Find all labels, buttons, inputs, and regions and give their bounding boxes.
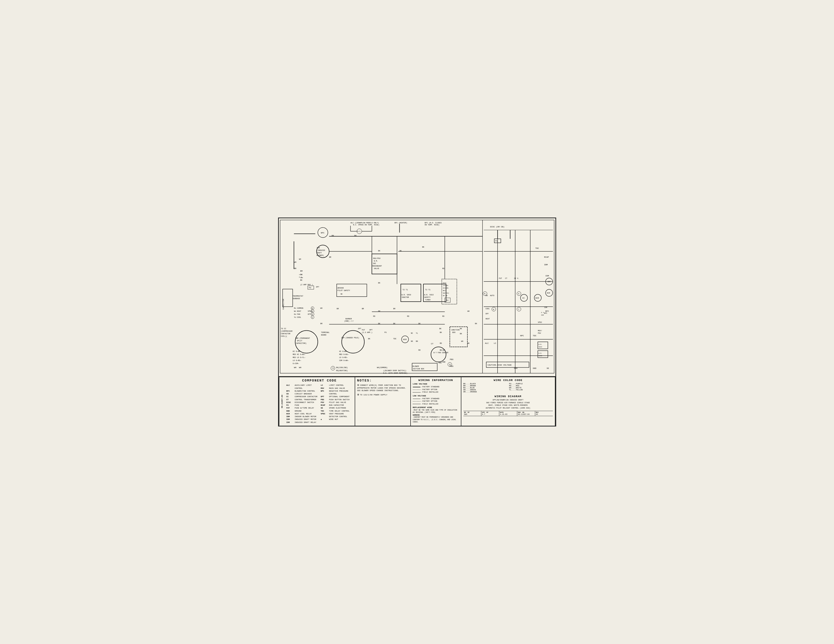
svg-text:AUTO: AUTO [490,295,494,297]
svg-text:BOX: BOX [452,331,456,334]
svg-text:IBM (PERMANENT: IBM (PERMANENT [295,337,310,339]
list-item: DISC DISCONNECT SWITCH [286,401,318,404]
stamp-area: DR. BY GWS APP. BY K-T DATE 4-15-83 DWG.… [463,411,553,416]
list-item: GND GROUND [286,410,318,413]
wire-dotted [413,392,420,392]
stamp-row-labels: DR. BY GWS APP. BY K-T DATE 4-15-83 DWG.… [463,411,553,416]
svg-text:RD(HEATING): RD(HEATING) [336,370,348,372]
svg-text:LC: LC [494,342,496,344]
wiring-diagram-desc: UPFLOW/DOWNFLOW INDUCED DRAFT GAS FIRED … [463,399,553,409]
svg-text:MED LO O—YL—: MED LO O—YL— [293,357,305,358]
wiring-info-title: WIRING INFORMATION [413,379,459,382]
list-item: OPT OPTIONAL COMPONENT [321,395,353,398]
svg-text:MED HI O—BU—: MED HI O—BU— [293,353,305,355]
svg-text:BR: BR [320,323,322,325]
svg-text:OPT: OPT [369,329,373,331]
svg-text:SE: SE [546,367,549,370]
svg-text:NO: NO [411,340,413,342]
svg-text:REDUNDANT: REDUNDANT [372,265,382,267]
svg-text:G: G [518,293,519,295]
svg-text:BR: BR [329,256,331,258]
svg-text:HEAT: HEAT [297,310,301,312]
svg-text:BURNER: BURNER [345,318,352,320]
svg-text:N.O. WITH DOOR REMOVED): N.O. WITH DOOR REMOVED) [383,373,407,374]
wire-color-section: WIRE COLOR CODE BK....BLACK BR....BROWN … [461,377,555,426]
svg-text:(FUSED: (FUSED [443,285,448,287]
svg-text:R: R [312,307,313,310]
list-item: FU FUSE [286,404,318,407]
component-code-section: COMPONENT CODE ALC AUXILIARY LIMIT CONTR… [284,377,355,426]
svg-text:LO  O—RD—: LO O—RD— [293,360,301,362]
stamp-dwg-no: DWG. NO. 90-21697-04 [517,411,535,416]
diagram-area: ALC ((DOWNFLOW MODELS ONLY) N.C. OPENS O… [279,218,555,377]
svg-text:CT: CT [505,278,507,280]
svg-text:LO  O—RD—: LO O—RD— [339,357,348,358]
comp-col-right: LC LIMIT CONTROL MGV MAIN GAS VALVE NPC … [321,384,353,424]
svg-text:IGNITOR: IGNITOR [401,296,409,299]
svg-text:36C: 36C [373,263,376,265]
svg-text:RD: RD [442,268,444,270]
svg-text:IBM (SHADED POLE): IBM (SHADED POLE) [341,337,359,339]
svg-text:WH: WH [294,366,296,369]
list-item: OR....ORANGE [463,391,507,393]
svg-text:BK: BK [393,323,395,325]
svg-text:T2   T1: T2 T1 [425,289,430,291]
svg-text:HI  O—BK—: HI O—BK— [339,350,348,352]
svg-text:BR: BR [362,308,364,310]
svg-text:IDM: IDM [545,275,549,277]
svg-text:SPLIT: SPLIT [297,340,302,342]
svg-text:DISC (OR CB): DISC (OR CB) [490,226,504,228]
svg-text:WH(COMMON): WH(COMMON) [377,367,387,369]
wire-solid-thin [413,399,420,399]
svg-text:CONTACTOR: CONTACTOR [281,333,290,335]
svg-text:BK: BK [460,328,462,330]
svg-text:BK: BK [439,328,441,330]
svg-text:MED O—BU—: MED O—BU— [339,353,349,355]
svg-text:YL: YL [416,332,418,334]
svg-text:COIL)(: COIL)( [281,335,287,337]
svg-text:(COMPRESSOR: (COMPRESSOR [281,331,292,332]
component-code-title: COMPONENT CODE [286,379,353,383]
svg-text:BK: BK [378,250,380,252]
svg-text:FUT: FUT [499,278,502,280]
svg-text:IDR: IDR [544,307,547,308]
svg-text:W.R.: W.R. [538,344,542,345]
svg-text:BFC (N.O. CLOSES: BFC (N.O. CLOSES [425,222,441,224]
svg-text:BK: BK [418,323,420,325]
svg-text:JUNCTION: JUNCTION [451,329,459,331]
svg-text:CAUTION-HIGH VOLTAGE: CAUTION-HIGH VOLTAGE [487,364,512,366]
svg-text:DRAFT: DRAFT [317,252,322,254]
svg-text:BK: BK [460,333,462,335]
list-item: YL....YELLOW [509,389,553,391]
svg-text:SUBBASE: SUBBASE [293,298,300,300]
svg-text:SE: SE [340,293,342,295]
list-item: RCAP RUN CAPACITOR [321,404,353,407]
note-2: ② TO 115/1/60 POWER SUPPLY [357,394,408,396]
svg-text:BK: BK [440,331,442,334]
svg-text:BK: BK [378,323,380,325]
notes-section: NOTES: ① CONNECT WIRE(S) FROM JUNCTION B… [355,377,411,426]
list-item: ▲ WIRE NUT [321,418,353,421]
svg-text:OPT: OPT [358,328,361,330]
svg-text:TO CC: TO CC [281,328,286,330]
svg-text:ON TEMP. RISE): ON TEMP. RISE) [425,224,439,226]
svg-text:4  1: 4 1 [299,274,302,276]
svg-text:①: ① [332,367,334,370]
svg-text:HCR: HCR [547,292,550,294]
list-item: SE SPARK ELECTRODE [321,407,353,410]
svg-text:Ro: Ro [294,307,296,309]
svg-text:BK: BK [467,342,469,344]
svg-text:TDC: TDC [533,334,537,337]
svg-text:HCR: HCR [403,338,407,341]
svg-text:5059: 5059 [538,355,542,357]
wiring-diagram-title: WIRING DIAGRAM [463,395,553,398]
list-item: CC COMPRESSOR CONTACTOR [286,395,318,398]
svg-text:FU: FU [309,287,311,289]
page-container: ALC ((DOWNFLOW MODELS ONLY) N.C. OPENS O… [278,218,556,426]
svg-text:GND: GND [438,362,442,364]
list-item: NPC NEGATIVE PRESSURE CONTROL [321,390,353,395]
svg-text:NC: NC [411,332,413,334]
svg-text:TERMINAL: TERMINAL [321,331,330,334]
svg-text:BR: BR [378,310,380,312]
svg-text:G: G [312,313,313,316]
